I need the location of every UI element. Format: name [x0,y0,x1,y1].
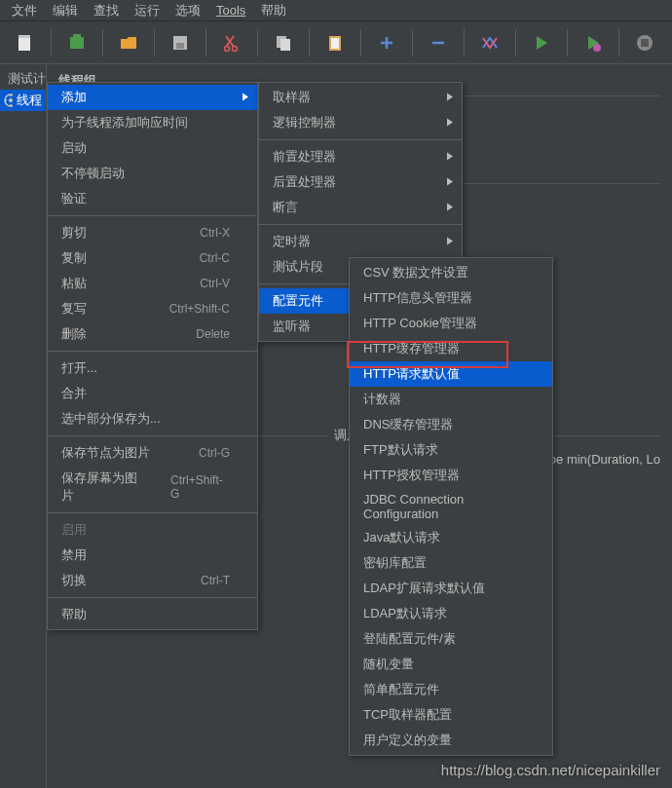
collapse-button[interactable] [423,27,454,58]
ctx-main-item-2[interactable]: 启动 [48,135,257,161]
run-no-pause-button[interactable] [578,27,609,58]
ctx-main-item-10[interactable]: 删除Delete [48,321,257,347]
menubar-item-1[interactable]: 编辑 [45,0,86,21]
ctx-config-item-13[interactable]: LDAP默认请求 [350,601,552,626]
menu-item-label: 监听器 [273,318,311,335]
paste-button[interactable] [319,27,351,58]
ctx-config-item-6[interactable]: DNS缓存管理器 [350,412,552,437]
ctx-add-item-5[interactable]: 断言 [259,195,462,220]
menu-item-shortcut: Ctrl-X [200,226,230,240]
menu-item-label: 随机变量 [363,656,414,673]
menu-item-label: 后置处理器 [273,173,336,191]
copy-button[interactable] [268,27,299,58]
svg-rect-9 [280,39,290,51]
ctx-main-item-16[interactable]: 保存节点为图片Ctrl-G [48,440,257,466]
cut-button[interactable] [216,27,247,58]
submenu-arrow-icon [446,150,454,165]
ctx-config-item-12[interactable]: LDAP扩展请求默认值 [350,576,552,601]
submenu-arrow-icon [446,116,454,131]
ctx-config-item-17[interactable]: TCP取样器配置 [350,702,552,728]
context-menu-main[interactable]: 添加为子线程添加响应时间启动不停顿启动验证剪切Ctrl-X复制Ctrl-C粘贴C… [47,82,258,630]
menu-item-label: FTP默认请求 [363,441,438,459]
run-button[interactable] [526,27,557,58]
ctx-config-item-7[interactable]: FTP默认请求 [350,437,552,463]
menu-item-label: 复写 [61,300,87,318]
ctx-config-item-8[interactable]: HTTP授权管理器 [350,463,552,488]
context-menu-config[interactable]: CSV 数据文件设置HTTP信息头管理器HTTP Cookie管理器HTTP缓存… [349,257,553,756]
ctx-config-item-2[interactable]: HTTP Cookie管理器 [350,311,552,336]
menu-item-label: 取样器 [273,89,311,106]
ctx-main-item-1[interactable]: 为子线程添加响应时间 [48,110,257,135]
menubar-item-0[interactable]: 文件 [4,0,45,21]
ctx-main-item-19[interactable]: 启用 [48,517,257,543]
ctx-add-separator [259,139,462,140]
menubar-item-6[interactable]: 帮助 [253,0,294,21]
ctx-main-item-9[interactable]: 复写Ctrl+Shift-C [48,296,257,321]
ctx-add-item-4[interactable]: 后置处理器 [259,169,462,195]
ctx-main-item-13[interactable]: 合并 [48,381,257,406]
menu-item-shortcut: Ctrl-T [201,574,230,587]
menu-item-label: 添加 [61,89,87,106]
ctx-config-item-5[interactable]: 计数器 [350,387,552,412]
menubar-item-2[interactable]: 查找 [86,0,127,21]
ctx-config-item-10[interactable]: Java默认请求 [350,525,552,550]
ctx-config-item-16[interactable]: 简单配置元件 [350,677,552,702]
ctx-config-item-0[interactable]: CSV 数据文件设置 [350,260,552,285]
stop-button[interactable] [629,27,660,58]
ctx-main-item-8[interactable]: 粘贴Ctrl-V [48,271,257,296]
ctx-add-item-1[interactable]: 逻辑控制器 [259,110,462,135]
menu-item-label: 逻辑控制器 [273,114,336,131]
ctx-add-item-7[interactable]: 定时器 [259,229,462,254]
test-plan-label: 测试计划演示 [8,70,46,88]
expand-button[interactable] [371,27,402,58]
ctx-config-item-15[interactable]: 随机变量 [350,652,552,677]
menu-item-label: 计数器 [363,391,401,408]
ctx-main-item-21[interactable]: 切换Ctrl-T [48,568,257,593]
templates-button[interactable] [61,27,93,58]
open-button[interactable] [113,27,144,58]
thread-group-node[interactable]: 线程 [0,90,46,111]
test-plan-node[interactable]: 测试计划演示 [0,68,46,90]
menubar-item-3[interactable]: 运行 [127,0,168,21]
ctx-config-item-14[interactable]: 登陆配置元件/素 [350,626,552,652]
menu-item-label: TCP取样器配置 [363,706,452,724]
new-file-button[interactable] [10,27,41,58]
menu-item-label: 帮助 [61,606,87,623]
menu-item-shortcut: Ctrl+Shift-C [169,302,230,316]
ctx-main-item-14[interactable]: 选中部分保存为... [48,406,257,432]
save-button[interactable] [165,27,196,58]
ctx-add-item-3[interactable]: 前置处理器 [259,144,462,169]
ctx-config-item-18[interactable]: 用户定义的变量 [350,728,552,753]
menu-item-label: DNS缓存管理器 [363,416,453,433]
ctx-main-item-0[interactable]: 添加 [48,85,257,110]
ctx-add-separator [259,224,462,225]
menubar-item-4[interactable]: 选项 [168,0,208,21]
ctx-main-item-3[interactable]: 不停顿启动 [48,161,257,186]
svg-point-7 [233,46,238,51]
ctx-main-item-23[interactable]: 帮助 [48,602,257,627]
menu-item-shortcut: Ctrl-G [199,446,230,460]
menu-item-label: 断言 [273,199,298,216]
svg-rect-14 [641,39,649,47]
toggle-button[interactable] [474,27,505,58]
ctx-config-item-11[interactable]: 密钥库配置 [350,550,552,576]
ctx-main-item-7[interactable]: 复制Ctrl-C [48,245,257,271]
menu-item-label: HTTP请求默认值 [363,365,460,383]
ctx-main-item-6[interactable]: 剪切Ctrl-X [48,220,257,245]
ctx-config-item-4[interactable]: HTTP请求默认值 [350,361,552,387]
menu-item-shortcut: Ctrl+Shift-G [170,473,230,501]
menu-item-label: 验证 [61,190,87,207]
ctx-main-item-12[interactable]: 打开... [48,356,257,381]
ctx-main-item-20[interactable]: 禁用 [48,543,257,568]
menu-item-shortcut: Ctrl-V [200,277,230,290]
svg-point-17 [9,98,13,102]
ctx-config-item-3[interactable]: HTTP缓存管理器 [350,336,552,361]
ctx-config-item-1[interactable]: HTTP信息头管理器 [350,285,552,311]
ctx-config-item-9[interactable]: JDBC Connection Configuration [350,488,552,525]
menu-item-label: 定时器 [273,233,311,250]
menubar-item-5[interactable]: Tools [208,1,253,19]
menu-item-label: 切换 [61,572,87,589]
ctx-main-item-17[interactable]: 保存屏幕为图片Ctrl+Shift-G [48,466,257,508]
ctx-main-item-4[interactable]: 验证 [48,186,257,211]
ctx-add-item-0[interactable]: 取样器 [259,85,462,110]
